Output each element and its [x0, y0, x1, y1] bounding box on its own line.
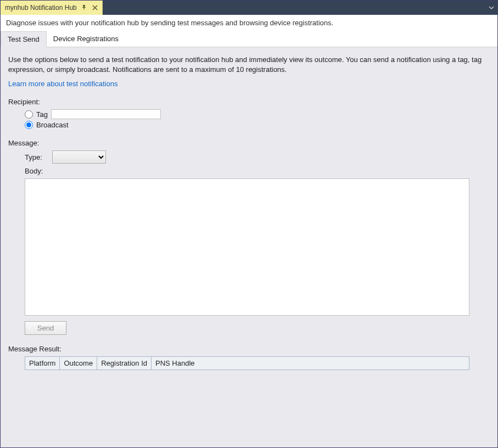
pin-icon[interactable]	[80, 4, 88, 12]
intro-text: Use the options below to send a test not…	[8, 55, 490, 74]
result-table: Platform Outcome Registration Id PNS Han…	[25, 356, 469, 370]
content-area: Use the options below to send a test not…	[1, 47, 497, 447]
titlebar: mynhub Notification Hub	[1, 1, 497, 15]
result-header-row: Platform Outcome Registration Id PNS Han…	[25, 357, 469, 370]
radio-tag-label: Tag	[36, 110, 48, 119]
page-subheader: Diagnose issues with your notification h…	[1, 15, 497, 31]
result-label: Message Result:	[8, 345, 490, 353]
col-outcome[interactable]: Outcome	[60, 357, 97, 370]
send-button[interactable]: Send	[25, 321, 66, 335]
tab-test-send[interactable]: Test Send	[1, 31, 47, 47]
document-tab-title: mynhub Notification Hub	[5, 4, 77, 12]
radio-broadcast[interactable]	[25, 121, 33, 129]
radio-tag[interactable]	[25, 110, 33, 119]
titlebar-menu[interactable]	[489, 1, 497, 15]
chevron-down-icon	[489, 5, 494, 10]
learn-more-link[interactable]: Learn more about test notifications	[8, 80, 117, 88]
body-label: Body:	[25, 167, 47, 175]
recipient-label: Recipient:	[8, 98, 490, 106]
close-icon[interactable]	[91, 4, 99, 12]
col-platform[interactable]: Platform	[25, 357, 60, 370]
message-label: Message:	[8, 139, 490, 147]
document-tab[interactable]: mynhub Notification Hub	[1, 1, 103, 15]
window: mynhub Notification Hub Diagnose issues …	[0, 0, 498, 448]
radio-broadcast-label: Broadcast	[36, 121, 69, 129]
type-label: Type:	[25, 153, 47, 161]
tag-input[interactable]	[51, 109, 161, 119]
col-registration-id[interactable]: Registration Id	[97, 357, 152, 370]
body-textarea[interactable]	[25, 178, 469, 316]
view-tabs: Test Send Device Registrations	[1, 31, 497, 47]
tab-device-registrations[interactable]: Device Registrations	[47, 31, 125, 47]
col-pns-handle[interactable]: PNS Handle	[151, 357, 469, 370]
type-select[interactable]	[52, 150, 106, 164]
